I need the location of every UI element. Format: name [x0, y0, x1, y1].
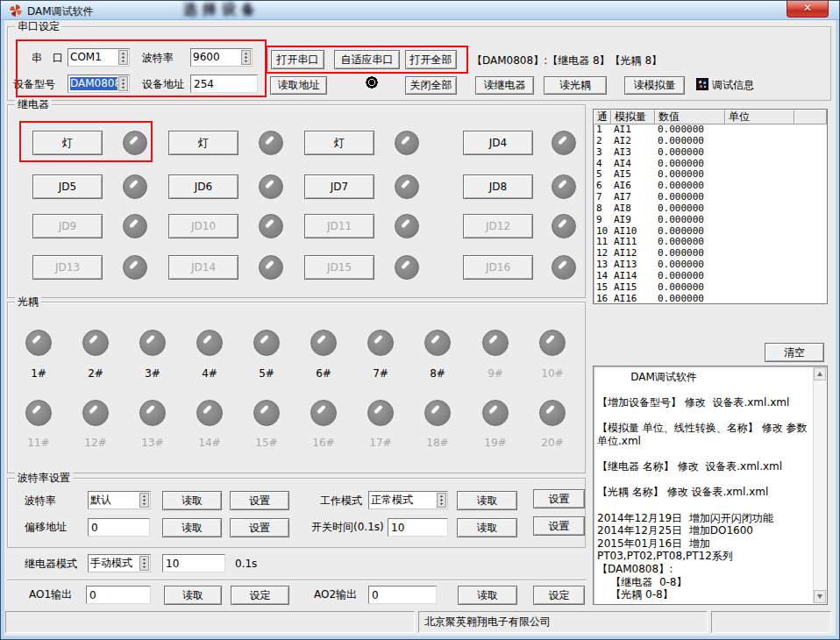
port-combobox[interactable]: COM1 — [68, 48, 130, 67]
relay-button-12[interactable]: JD12 — [463, 214, 533, 238]
debug-info-icon[interactable] — [696, 78, 708, 90]
table-row[interactable]: 15AI150.000000 — [594, 282, 827, 294]
table-row[interactable]: 2AI20.000000 — [594, 136, 827, 147]
relay-button-7[interactable]: JD7 — [304, 174, 374, 199]
combo-dropdown-button[interactable] — [118, 50, 128, 65]
scroll-up-button[interactable] — [814, 367, 826, 380]
offset-input[interactable] — [88, 518, 150, 537]
relay-button-13[interactable]: JD13 — [32, 255, 103, 280]
read-opto-button[interactable]: 读光耦 — [544, 76, 607, 95]
table-row[interactable]: 13AI130.000000 — [594, 260, 827, 271]
table-row[interactable]: 1AI10.000000 — [594, 124, 827, 136]
clear-button[interactable]: 清空 — [765, 343, 824, 362]
combo-dropdown-button[interactable] — [241, 50, 251, 65]
open-port-button[interactable]: 打开串口 — [271, 50, 324, 69]
relay-button-3[interactable]: 灯 — [304, 131, 374, 155]
table-row[interactable]: 5AI50.000000 — [594, 169, 827, 181]
relay-led-9[interactable] — [123, 214, 147, 238]
relay-button-14[interactable]: JD14 — [168, 255, 238, 280]
combo-dropdown-button[interactable] — [139, 493, 149, 508]
info-scrollbar[interactable] — [813, 367, 826, 603]
ao1-read-button[interactable]: 读取 — [164, 586, 222, 605]
debug-info-label[interactable]: 调试信息 — [712, 79, 754, 91]
relay-button-9[interactable]: JD9 — [32, 214, 103, 238]
relay-led-8[interactable] — [552, 174, 576, 199]
relay-led-6[interactable] — [259, 174, 283, 199]
combo-dropdown-button[interactable] — [437, 493, 446, 508]
relay-led-7[interactable] — [395, 174, 419, 199]
ao1-set-button[interactable]: 设定 — [231, 586, 289, 605]
ao1-input[interactable] — [86, 586, 151, 604]
relay-button-16[interactable]: JD16 — [463, 255, 533, 280]
relay-led-16[interactable] — [552, 255, 576, 280]
table-row[interactable]: 7AI70.000000 — [594, 192, 827, 203]
switch-time-input[interactable] — [388, 518, 448, 537]
relay-led-1[interactable] — [123, 131, 147, 155]
ao2-input[interactable] — [368, 586, 437, 604]
table-row[interactable]: 12AI120.000000 — [594, 248, 827, 260]
table-row[interactable]: 9AI90.000000 — [594, 215, 827, 226]
ao2-set-button[interactable]: 设定 — [533, 586, 585, 605]
relay-button-4[interactable]: JD4 — [463, 131, 533, 155]
table-header-cell[interactable]: 模拟量 — [611, 110, 655, 124]
read-relay-button[interactable]: 读继电器 — [475, 76, 534, 95]
relay-button-1[interactable]: 灯 — [32, 131, 103, 155]
relay-led-3[interactable] — [395, 131, 419, 155]
read-analog-button[interactable]: 读模拟量 — [624, 76, 685, 95]
combo-dropdown-button[interactable] — [118, 76, 128, 91]
relay-button-11[interactable]: JD11 — [304, 214, 374, 238]
relay-led-4[interactable] — [552, 131, 576, 155]
table-row[interactable]: 16AI160.000000 — [594, 294, 827, 304]
baud-set-button[interactable]: 设置 — [230, 491, 289, 510]
relay-button-8[interactable]: JD8 — [463, 174, 533, 199]
relay-button-10[interactable]: JD10 — [168, 214, 238, 238]
auto-port-button[interactable]: 自适应串口 — [334, 50, 400, 69]
relay-button-2[interactable]: 灯 — [168, 131, 238, 155]
relay-led-11[interactable] — [395, 214, 419, 238]
table-header-cell[interactable]: 数值 — [655, 110, 725, 124]
table-row[interactable]: 4AI40.000000 — [594, 159, 827, 170]
relay-led-5[interactable] — [123, 174, 147, 199]
relay-led-15[interactable] — [395, 255, 419, 280]
relay-button-6[interactable]: JD6 — [168, 174, 238, 199]
relay-led-14[interactable] — [259, 255, 283, 280]
table-row[interactable]: 11AI110.000000 — [594, 237, 827, 248]
table-row[interactable]: 10AI100.000000 — [594, 226, 827, 238]
table-row[interactable]: 3AI30.000000 — [594, 147, 827, 159]
switch-time-set-button[interactable]: 设置 — [533, 516, 585, 536]
offset-set-button[interactable]: 设置 — [230, 518, 289, 537]
combo-dropdown-button[interactable] — [139, 556, 149, 571]
table-header-cell[interactable] — [794, 110, 827, 124]
relay-button-15[interactable]: JD15 — [304, 255, 374, 280]
relay-mode-combobox[interactable]: 手动模式 — [88, 554, 151, 572]
table-header-cell[interactable]: 通 — [594, 110, 611, 124]
work-mode-combobox[interactable]: 正常模式 — [368, 491, 448, 509]
offset-read-button[interactable]: 读取 — [162, 518, 222, 537]
switch-time-read-button[interactable]: 读取 — [457, 518, 517, 537]
work-mode-read-button[interactable]: 读取 — [457, 491, 517, 510]
ao2-read-button[interactable]: 读取 — [458, 586, 517, 605]
close-all-button[interactable]: 关闭全部 — [405, 76, 457, 95]
baud-set-combobox[interactable]: 默认 — [88, 491, 151, 509]
scroll-down-button[interactable] — [814, 590, 826, 603]
analog-table[interactable]: 通模拟量数值单位 1AI10.0000002AI20.0000003AI30.0… — [593, 109, 828, 304]
opto-label-11: 11# — [17, 437, 61, 449]
baud-combobox[interactable]: 9600 — [190, 48, 253, 67]
relay-button-5[interactable]: JD5 — [32, 174, 103, 199]
relay-led-12[interactable] — [552, 214, 576, 238]
relay-led-2[interactable] — [259, 131, 283, 155]
open-all-button[interactable]: 打开全部 — [405, 50, 457, 69]
relay-mode-time-input[interactable] — [162, 554, 225, 572]
table-row[interactable]: 6AI60.000000 — [594, 181, 827, 192]
close-button[interactable]: ✕ — [787, 1, 829, 18]
table-row[interactable]: 8AI80.000000 — [594, 203, 827, 215]
read-address-button[interactable]: 读取地址 — [270, 76, 327, 95]
table-row[interactable]: 14AI140.000000 — [594, 271, 827, 282]
baud-read-button[interactable]: 读取 — [162, 491, 222, 510]
model-combobox[interactable]: DAM0808 — [68, 75, 130, 93]
relay-led-10[interactable] — [259, 214, 283, 238]
relay-led-13[interactable] — [123, 255, 147, 280]
work-mode-set-button[interactable]: 设置 — [533, 489, 585, 508]
address-input[interactable] — [190, 75, 258, 93]
table-header-cell[interactable]: 单位 — [725, 110, 794, 124]
